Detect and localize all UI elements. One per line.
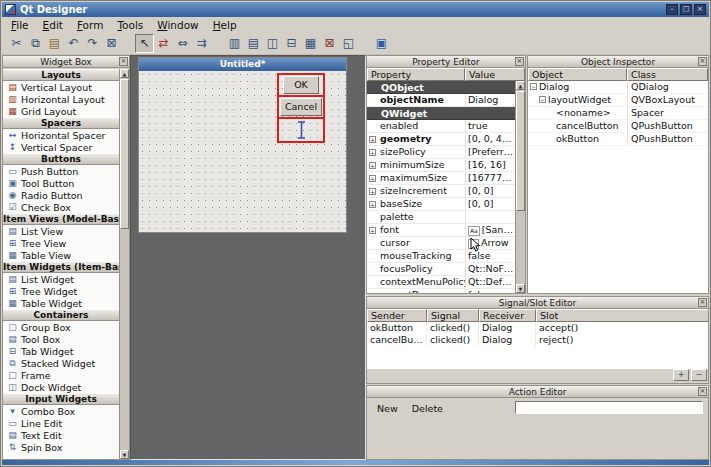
- widget-line-edit[interactable]: ▭Line Edit: [3, 417, 119, 429]
- column-header-receiver[interactable]: Receiver: [479, 309, 536, 322]
- column-header-class[interactable]: Class: [627, 68, 708, 81]
- add-connection-button[interactable]: +: [673, 369, 689, 381]
- scroll-thumb[interactable]: [120, 79, 129, 229]
- widget-list-widget[interactable]: ▤List Widget: [3, 273, 119, 285]
- delete-action-button[interactable]: Delete: [406, 402, 449, 415]
- widget-frame[interactable]: □Frame: [3, 369, 119, 381]
- action-editor-header[interactable]: Action Editor ×: [367, 386, 708, 398]
- column-header-object[interactable]: Object: [528, 68, 627, 81]
- scroll-up-icon[interactable]: ▲: [120, 69, 129, 78]
- copy-button[interactable]: ⧉: [26, 34, 45, 53]
- widget-box-scrollbar[interactable]: ▲ ▼: [119, 69, 129, 459]
- object-inspector-header[interactable]: Object Inspector ×: [528, 56, 708, 68]
- edit-widgets-button[interactable]: ↖: [135, 34, 154, 53]
- new-action-button[interactable]: New: [371, 402, 404, 415]
- property-row-maximumsize[interactable]: +maximumSize[16777215,...: [367, 172, 515, 185]
- vertical-spacer-icon[interactable]: [296, 120, 307, 140]
- widget-horizontal-spacer[interactable]: ↔Horizontal Spacer: [3, 129, 119, 141]
- inspector-row-dialog[interactable]: −DialogQDialog: [528, 81, 708, 94]
- adjust-size-button[interactable]: ◱: [339, 34, 358, 53]
- property-editor-scrollbar[interactable]: ▲ ▼: [515, 81, 525, 293]
- maximize-button[interactable]: □: [680, 4, 692, 15]
- widget-vertical-layout[interactable]: ▤Vertical Layout: [3, 81, 119, 93]
- property-row-focuspolicy[interactable]: focusPolicyQt::NoFocus: [367, 263, 515, 276]
- column-header-signal[interactable]: Signal: [427, 309, 479, 322]
- form-canvas[interactable]: OK Cancel: [139, 71, 346, 232]
- widget-horizontal-layout[interactable]: ▥Horizontal Layout: [3, 93, 119, 105]
- cut-button[interactable]: ✂: [7, 34, 26, 53]
- widget-tree-widget[interactable]: ⊞Tree Widget: [3, 285, 119, 297]
- widget-box-header[interactable]: Widget Box ×: [3, 56, 129, 68]
- cancel-button[interactable]: Cancel: [280, 98, 322, 116]
- expand-icon[interactable]: +: [369, 149, 376, 156]
- scroll-thumb[interactable]: [516, 91, 525, 211]
- property-row-mousetracking[interactable]: mouseTrackingfalse: [367, 250, 515, 263]
- widget-spin-box[interactable]: ⇅Spin Box: [3, 441, 119, 453]
- widget-check-box[interactable]: ☑Check Box: [3, 201, 119, 213]
- property-row-objectname[interactable]: objectNameDialog: [367, 94, 515, 107]
- menu-tools[interactable]: Tools: [110, 18, 150, 32]
- close-icon[interactable]: ×: [119, 57, 128, 66]
- widget-dock-widget[interactable]: ◫Dock Widget: [3, 381, 119, 393]
- expand-icon[interactable]: +: [369, 201, 376, 208]
- edit-signals-slots-button[interactable]: ⇄: [154, 34, 173, 53]
- expand-icon[interactable]: +: [369, 175, 376, 182]
- expand-icon[interactable]: +: [369, 136, 376, 143]
- widget-table-view[interactable]: ▦Table View: [3, 249, 119, 261]
- widget-grid-layout[interactable]: ▦Grid Layout: [3, 105, 119, 117]
- collapse-icon[interactable]: −: [539, 96, 546, 103]
- property-row-minimumsize[interactable]: +minimumSize[16, 16]: [367, 159, 515, 172]
- redo-button[interactable]: ↷: [83, 34, 102, 53]
- column-header-slot[interactable]: Slot: [536, 309, 708, 322]
- layout-vertically-button[interactable]: ▤: [244, 34, 263, 53]
- expand-icon[interactable]: +: [369, 188, 376, 195]
- close-icon[interactable]: ×: [698, 298, 707, 307]
- widget-tree-view[interactable]: ⊞Tree View: [3, 237, 119, 249]
- ok-button[interactable]: OK: [283, 76, 319, 94]
- layout-splitter-vertical-button[interactable]: ⊟: [282, 34, 301, 53]
- property-row-acceptdrops[interactable]: acceptDropsfalse: [367, 289, 515, 293]
- widget-vertical-spacer[interactable]: ↕Vertical Spacer: [3, 141, 119, 153]
- minimize-button[interactable]: –: [666, 4, 678, 15]
- widget-list-view[interactable]: ▤List View: [3, 225, 119, 237]
- inspector-row-cancelbutton[interactable]: cancelButtonQPushButton: [528, 120, 708, 133]
- undo-button[interactable]: ↶: [64, 34, 83, 53]
- form-title-bar[interactable]: Untitled*: [139, 58, 346, 71]
- column-header-value[interactable]: Value: [465, 68, 525, 81]
- paste-button[interactable]: ▤: [45, 34, 64, 53]
- column-header-property[interactable]: Property: [367, 68, 465, 81]
- property-row-palette[interactable]: palette: [367, 211, 515, 224]
- menu-help[interactable]: Help: [206, 18, 244, 32]
- property-row-font[interactable]: +fontAa[Sans Se...: [367, 224, 515, 237]
- delete-button[interactable]: ⊠: [102, 34, 121, 53]
- property-group-qwidget[interactable]: QWidget: [367, 107, 515, 120]
- signal-slot-editor-header[interactable]: Signal/Slot Editor ×: [367, 297, 708, 309]
- scroll-down-icon[interactable]: ▼: [516, 284, 525, 293]
- widget-radio-button[interactable]: ◉Radio Button: [3, 189, 119, 201]
- widget-push-button[interactable]: ▭Push Button: [3, 165, 119, 177]
- menu-file[interactable]: File: [4, 18, 36, 32]
- section-spacers[interactable]: Spacers: [3, 117, 119, 129]
- widget-stacked-widget[interactable]: ⧉Stacked Widget: [3, 357, 119, 369]
- widget-tab-widget[interactable]: ⊟Tab Widget: [3, 345, 119, 357]
- widget-table-widget[interactable]: ▦Table Widget: [3, 297, 119, 309]
- section-item-widgets-item-based[interactable]: Item Widgets (Item-Based): [3, 261, 119, 273]
- form-window[interactable]: Untitled* OK Cancel: [138, 57, 347, 233]
- widget-tool-box[interactable]: ▤Tool Box: [3, 333, 119, 345]
- scroll-down-icon[interactable]: ▼: [120, 450, 129, 459]
- close-icon[interactable]: ×: [515, 57, 524, 66]
- scroll-up-icon[interactable]: ▲: [516, 81, 525, 90]
- property-row-contextmenupolicy[interactable]: contextMenuPolicyQt::Default...: [367, 276, 515, 289]
- collapse-icon[interactable]: −: [530, 83, 537, 90]
- property-row-cursor[interactable]: cursor↖Arrow: [367, 237, 515, 250]
- inspector-row-noname[interactable]: <noname>Spacer: [528, 107, 708, 120]
- menu-edit[interactable]: Edit: [36, 18, 70, 32]
- preview-form-button[interactable]: ▣: [372, 34, 391, 53]
- remove-connection-button[interactable]: −: [691, 369, 707, 381]
- close-icon[interactable]: ×: [698, 387, 707, 396]
- close-button[interactable]: ×: [694, 4, 706, 15]
- layout-grid-button[interactable]: ▦: [301, 34, 320, 53]
- break-layout-button[interactable]: ⊠: [320, 34, 339, 53]
- property-group-qobject[interactable]: QObject: [367, 81, 515, 94]
- inspector-row-okbutton[interactable]: okButtonQPushButton: [528, 133, 708, 146]
